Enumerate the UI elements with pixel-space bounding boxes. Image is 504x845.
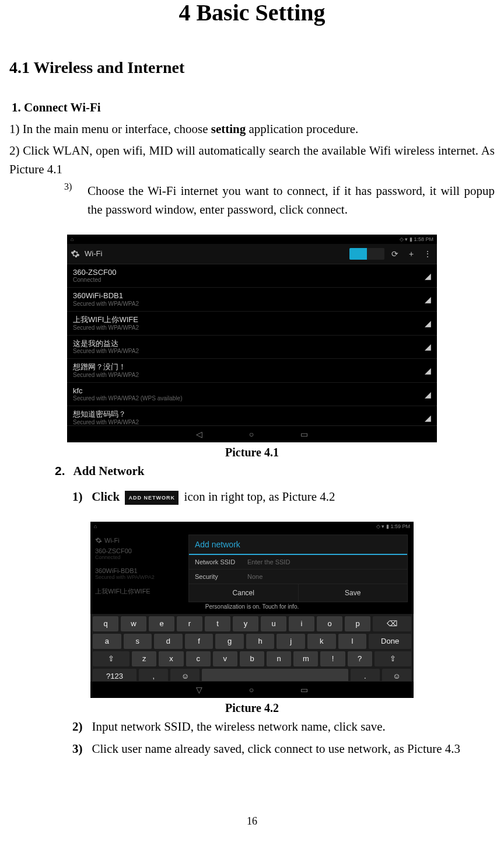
status-left: ⌂ [94,523,97,529]
wifi-status: Secured with WPA/WPA2 [73,372,425,379]
status-left: ⌂ [71,236,74,242]
add-network-icon: ADD NETWORK [125,491,178,505]
wifi-status: Secured with WPA/WPA2 [73,301,425,308]
key-r[interactable]: r [177,616,202,631]
key-done[interactable]: Done [369,634,411,649]
key-k[interactable]: k [307,634,336,649]
nav-recent-icon[interactable]: ▭ [300,685,308,694]
soft-keyboard: qwertyuiop⌫asdfghjklDone⇧zxcvbnm!?⇧?123,… [90,614,414,682]
wifi-signal-icon: ◢ [425,390,431,399]
substep-3: Click user name already saved, click con… [92,739,461,759]
key-l[interactable]: l [338,634,367,649]
wifi-signal-icon: ◢ [425,271,431,281]
key-i[interactable]: i [289,616,314,631]
wifi-signal-icon: ◢ [425,319,431,328]
key-v[interactable]: v [213,651,237,666]
key-u[interactable]: u [261,616,286,631]
wifi-network-list: 360-ZSCF00Connected◢360WiFi-BDB1Secured … [67,264,437,430]
subsection-title: 1. Connect Wi-Fi [12,100,495,115]
wifi-network-row: 上我WIFI上你WIFE [95,587,188,596]
wifi-status: Secured with WPA/WPA2 [73,348,425,355]
key-backspace[interactable]: ⌫ [373,616,411,631]
key-z[interactable]: z [132,651,156,666]
status-right: ◇ ▾ ▮ 1:59 PM [376,523,410,529]
gear-icon [71,249,80,259]
wifi-network-row[interactable]: 上我WIFI上你WIFESecured with WPA/WPA2◢ [67,312,437,336]
key-h[interactable]: h [246,634,275,649]
key-c[interactable]: c [186,651,211,666]
wifi-title-dim: Wi-Fi [104,537,120,544]
step-1-pre: 1) In the main menu or interface, choose [9,122,211,136]
security-select[interactable]: None [247,573,262,580]
ssid-input[interactable]: Enter the SSID [247,558,290,565]
key-g[interactable]: g [215,634,244,649]
key-shift[interactable]: ⇧ [93,651,130,666]
key-j[interactable]: j [276,634,305,649]
key-n[interactable]: n [267,651,291,666]
key-d[interactable]: d [154,634,183,649]
step-1-post: application procedure. [246,122,358,136]
wifi-name: 这是我的益达 [73,339,425,348]
chapter-title: 4 Basic Setting [9,0,495,26]
ssid-label: Network SSID [195,558,247,565]
key-e[interactable]: e [149,616,174,631]
substep-1-post: icon in right top, as Picture 4.2 [184,490,335,504]
key-q[interactable]: q [93,616,118,631]
key-x[interactable]: x [159,651,183,666]
item-2-marker: 2. [55,462,65,481]
wifi-toggle[interactable] [349,248,384,260]
wifi-name: 上我WIFI上你WIFE [73,315,425,324]
wifi-network-row[interactable]: 这是我的益达Secured with WPA/WPA2◢ [67,336,437,359]
menu-icon[interactable]: ⋮ [422,248,433,260]
cancel-button[interactable]: Cancel [189,584,299,602]
refresh-icon[interactable]: ⟳ [389,248,401,260]
wifi-network-row: 360WiFi-BDB1Secured with WPA/WPA2 [95,567,188,580]
gear-icon [95,537,102,544]
nav-home-icon[interactable]: ○ [249,430,254,439]
key-b[interactable]: b [240,651,264,666]
nav-recent-icon[interactable]: ▭ [300,430,308,439]
wifi-network-row[interactable]: kfcSecured with WPA/WPA2 (WPS available)… [67,383,437,407]
wifi-network-row[interactable]: 360WiFi-BDB1Secured with WPA/WPA2◢ [67,288,437,312]
substep-1-marker: 1) [72,490,83,504]
nav-back-icon[interactable]: ◁ [196,430,202,439]
wifi-name: 想知道密码吗？ [73,410,425,419]
key-y[interactable]: y [233,616,258,631]
key-o[interactable]: o [317,616,342,631]
key-m[interactable]: m [293,651,318,666]
key-a[interactable]: a [93,634,121,649]
page-number: 16 [0,815,504,827]
nav-back-icon[interactable]: ▽ [196,685,202,694]
wifi-status: Secured with WPA/WPA2 (WPS available) [73,395,425,402]
nav-home-icon[interactable]: ○ [249,685,254,694]
key-f[interactable]: f [185,634,214,649]
screenshot-wifi-list: ⌂ ◇ ▾ ▮ 1:58 PM Wi-Fi ⟳ + ⋮ 360-ZSCF00Co… [67,235,437,442]
wifi-status: Secured with WPA/WPA2 [73,324,425,331]
substep-1-pre: Click [92,490,123,504]
wifi-name: 360WiFi-BDB1 [73,291,425,301]
key-![interactable]: ! [320,651,345,666]
personalization-toast[interactable]: Personalization is on. Touch for info. [90,603,414,610]
wifi-signal-icon: ◢ [425,366,431,375]
status-right: ◇ ▾ ▮ 1:58 PM [400,236,433,242]
dialog-title: Add network [189,535,407,555]
wifi-title: Wi-Fi [85,249,102,258]
wifi-network-row: 360-ZSCF00Connected [95,547,188,560]
key-p[interactable]: p [345,616,370,631]
wifi-network-row[interactable]: 360-ZSCF00Connected◢ [67,264,437,288]
step-1-bold: setting [211,122,246,136]
section-title: 4.1 Wireless and Internet [9,58,495,77]
add-icon[interactable]: + [405,248,417,260]
key-shift[interactable]: ⇧ [374,651,411,666]
save-button[interactable]: Save [299,584,408,602]
key-?[interactable]: ? [348,651,372,666]
wifi-signal-icon: ◢ [425,295,431,304]
step-3: Choose the Wi-Fi internet you want to co… [88,181,495,219]
wifi-name: 360-ZSCF00 [73,268,425,277]
status-bar: ⌂ ◇ ▾ ▮ 1:58 PM [67,235,437,244]
key-t[interactable]: t [205,616,230,631]
key-w[interactable]: w [121,616,146,631]
wifi-network-row[interactable]: 想蹭网？没门！Secured with WPA/WPA2◢ [67,359,437,383]
key-s[interactable]: s [124,634,152,649]
caption-4-1: Picture 4.1 [9,446,495,459]
